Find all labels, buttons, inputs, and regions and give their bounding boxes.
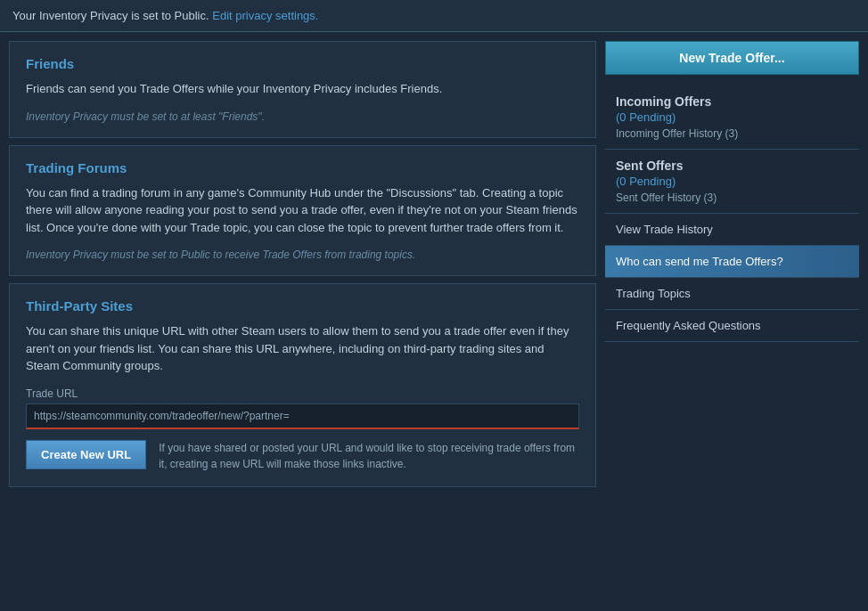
incoming-offer-history-link[interactable]: Incoming Offer History (3) (616, 127, 848, 140)
third-party-body: You can share this unique URL with other… (26, 322, 579, 375)
trading-forums-title: Trading Forums (26, 160, 579, 175)
trading-forums-section: Trading Forums You can find a trading fo… (9, 145, 596, 277)
trade-url-label: Trade URL (26, 387, 579, 400)
trading-forums-note: Inventory Privacy must be set to Public … (26, 248, 579, 261)
create-url-note: If you have shared or posted your URL an… (159, 440, 579, 472)
edit-privacy-link[interactable]: Edit privacy settings. (212, 9, 318, 22)
trading-forums-body: You can find a trading forum in any game… (26, 184, 579, 237)
trade-url-input[interactable] (26, 403, 579, 429)
sent-offer-history-link[interactable]: Sent Offer History (3) (616, 191, 848, 204)
friends-body: Friends can send you Trade Offers while … (26, 80, 579, 98)
incoming-offers-pending: (0 Pending) (616, 110, 848, 124)
notice-text: Your Inventory Privacy is set to Public. (12, 9, 209, 22)
trade-url-row (26, 403, 579, 429)
right-nav-item-view-trade-history[interactable]: View Trade History (605, 214, 859, 246)
right-nav-item-who-can-send[interactable]: Who can send me Trade Offers? (605, 246, 859, 278)
right-panel: New Trade Offer... Incoming Offers (0 Pe… (605, 41, 859, 487)
right-nav-list: View Trade HistoryWho can send me Trade … (605, 214, 859, 342)
main-container: Friends Friends can send you Trade Offer… (0, 32, 868, 496)
incoming-offers-title: Incoming Offers (616, 94, 848, 109)
sent-offers-section: Sent Offers (0 Pending) Sent Offer Histo… (605, 150, 859, 214)
incoming-offers-section: Incoming Offers (0 Pending) Incoming Off… (605, 86, 859, 150)
friends-title: Friends (26, 56, 579, 71)
friends-note: Inventory Privacy must be set to at leas… (26, 110, 579, 123)
top-notice: Your Inventory Privacy is set to Public.… (0, 0, 868, 32)
right-nav-item-trading-topics[interactable]: Trading Topics (605, 278, 859, 310)
sent-offers-title: Sent Offers (616, 159, 848, 173)
create-new-url-button[interactable]: Create New URL (26, 440, 146, 469)
create-url-row: Create New URL If you have shared or pos… (26, 440, 579, 472)
third-party-section: Third-Party Sites You can share this uni… (9, 283, 596, 487)
third-party-title: Third-Party Sites (26, 298, 579, 314)
friends-section: Friends Friends can send you Trade Offer… (9, 41, 596, 138)
new-trade-offer-button[interactable]: New Trade Offer... (605, 41, 859, 75)
sent-offers-pending: (0 Pending) (616, 175, 848, 188)
left-panel: Friends Friends can send you Trade Offer… (9, 41, 596, 487)
right-nav-item-faq[interactable]: Frequently Asked Questions (605, 310, 859, 342)
